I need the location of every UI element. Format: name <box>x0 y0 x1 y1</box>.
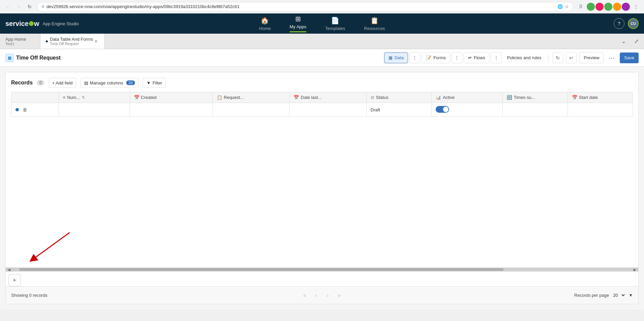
col-request-content: 📋 Request... <box>217 95 285 100</box>
col-header-status[interactable]: ⊙ Status <box>366 92 431 103</box>
user-avatar[interactable]: CU <box>628 18 639 29</box>
row-datelast-cell[interactable] <box>290 103 367 117</box>
servicenow-logo: service w <box>5 20 39 28</box>
nav-home[interactable]: 🏠 Home <box>257 15 274 32</box>
nav-resources[interactable]: 📋 Resources <box>361 15 387 32</box>
table-header-row: ≡ Num... ⇅ 📅 Created <box>11 92 633 103</box>
ext-purple[interactable] <box>622 3 630 11</box>
manage-columns-label: Manage columns <box>90 80 123 85</box>
address-bar[interactable]: ⊙ dev259928.service-now.com/now/appengin… <box>37 2 573 11</box>
records-per-page: Records per page 20 50 100 ▼ <box>574 292 633 298</box>
col-header-active[interactable]: 📊 Active <box>432 92 503 103</box>
ext-pink[interactable] <box>596 3 604 11</box>
page-title: Time Off Request <box>16 55 61 61</box>
header-separator <box>548 54 548 62</box>
nav-center: 🏠 Home ⊞ My Apps 📄 Templates 📋 Resources <box>257 13 388 34</box>
data-more-button[interactable]: ⋮ <box>409 52 420 63</box>
row-request-cell[interactable] <box>212 103 290 117</box>
nav-right: ? CU <box>614 18 639 29</box>
flows-button[interactable]: ⇌ Flows <box>464 52 489 63</box>
col-header-startdate[interactable]: 📅 Start date <box>568 92 633 103</box>
forms-button[interactable]: 📝 Forms <box>421 52 450 63</box>
row-delete-button[interactable]: 🗑 <box>21 106 29 114</box>
col-timessu-icon: 🔢 <box>507 95 512 100</box>
col-num-content: ≡ Num... ⇅ <box>63 95 126 100</box>
tab-data-table[interactable]: Data Table And Forms Time Off Request ✕ <box>40 34 105 49</box>
ext-green2[interactable] <box>604 3 612 11</box>
undo-button[interactable]: ↩ <box>566 52 577 63</box>
col-header-datelast[interactable]: 📅 Date last... <box>290 92 367 103</box>
bookmark-icon: ☆ <box>565 4 569 9</box>
page-first-button[interactable]: « <box>300 290 310 300</box>
scroll-region: ◀ ▶ + <box>6 268 638 286</box>
scroll-track <box>19 268 625 271</box>
scroll-left-button[interactable]: ◀ <box>6 268 12 272</box>
ext-green[interactable] <box>587 3 595 11</box>
refresh-button[interactable]: ↻ <box>552 52 563 63</box>
preview-more-button[interactable]: ⋯ <box>606 52 617 63</box>
col-status-label: Status <box>376 95 388 100</box>
data-label: Data <box>395 55 404 60</box>
page-prev-button[interactable]: ‹ <box>311 290 321 300</box>
ext-orange[interactable] <box>613 3 621 11</box>
col-startdate-content: 📅 Start date <box>572 95 629 100</box>
save-button[interactable]: Save <box>620 52 639 63</box>
tabs-expand-button[interactable]: ⤢ <box>631 36 641 46</box>
tab-app-home[interactable]: App Home Test1 <box>0 34 40 49</box>
page-next-button[interactable]: › <box>323 290 333 300</box>
row-timessu-cell[interactable] <box>503 103 568 117</box>
table-row: 🗑 Draft <box>11 103 633 117</box>
col-header-num[interactable]: ≡ Num... ⇅ <box>59 92 130 103</box>
flows-more-button[interactable]: ⋮ <box>491 52 502 63</box>
row-active-cell[interactable] <box>432 103 503 117</box>
manage-columns-button[interactable]: ▤ Manage columns 20 <box>80 78 139 88</box>
nav-my-apps[interactable]: ⊞ My Apps <box>287 13 309 34</box>
filter-button[interactable]: ▼ Filter <box>143 78 166 88</box>
resources-icon: 📋 <box>370 16 379 25</box>
col-header-created[interactable]: 📅 Created <box>130 92 212 103</box>
policies-link[interactable]: Policies and rules <box>504 54 544 62</box>
help-button[interactable]: ? <box>614 18 624 29</box>
tabs-actions: ⌄ ⤢ <box>618 36 644 46</box>
row-startdate-cell[interactable] <box>568 103 633 117</box>
nav-templates[interactable]: 📄 Templates <box>323 15 348 32</box>
logo-circle <box>29 21 34 26</box>
per-page-select[interactable]: 20 50 100 <box>612 292 626 298</box>
nav-home-label: Home <box>259 26 271 31</box>
back-button[interactable]: ← <box>3 2 13 11</box>
tabs-bar: App Home Test1 Data Table And Forms Time… <box>0 34 644 49</box>
col-datelast-label: Date last... <box>301 95 321 100</box>
toggle-thumb <box>443 107 448 112</box>
row-created-cell[interactable] <box>130 103 212 117</box>
scroll-right-button[interactable]: ▶ <box>632 268 638 272</box>
tabs-collapse-button[interactable]: ⌄ <box>618 36 629 46</box>
col-active-icon: 📊 <box>436 95 441 100</box>
preview-button[interactable]: Preview <box>579 52 604 63</box>
row-num-cell[interactable] <box>59 103 130 117</box>
filter-icon: ▼ <box>146 80 151 85</box>
add-field-button[interactable]: + Add field <box>48 78 76 88</box>
row-status-cell[interactable]: Draft <box>366 103 431 117</box>
extensions-button[interactable]: ⠿ <box>576 2 585 11</box>
col-active-label: Active <box>443 95 454 100</box>
col-header-timessu[interactable]: 🔢 Times su... <box>503 92 568 103</box>
col-timessu-content: 🔢 Times su... <box>507 95 563 100</box>
add-row-button[interactable]: + <box>8 274 21 286</box>
col-timessu-label: Times su... <box>514 95 535 100</box>
reload-button[interactable]: ↻ <box>25 2 34 11</box>
horizontal-scrollbar[interactable]: ◀ ▶ <box>6 268 638 272</box>
table-header: ≡ Num... ⇅ 📅 Created <box>11 92 633 103</box>
active-toggle[interactable] <box>436 106 449 113</box>
app-title: App Engine Studio <box>43 21 79 26</box>
menu-button[interactable]: ⋮ <box>631 2 641 11</box>
data-button[interactable]: ▦ Data <box>384 52 408 63</box>
page-last-button[interactable]: » <box>334 290 344 300</box>
tab-app-home-label: App Home <box>5 37 26 42</box>
col-header-request[interactable]: 📋 Request... <box>212 92 290 103</box>
forward-button[interactable]: → <box>14 2 24 11</box>
scroll-thumb[interactable] <box>19 268 504 271</box>
records-label: Records <box>11 80 33 86</box>
tab-close-button[interactable]: ✕ <box>93 38 99 44</box>
add-field-label: + Add field <box>52 80 73 85</box>
forms-more-button[interactable]: ⋮ <box>451 52 462 63</box>
